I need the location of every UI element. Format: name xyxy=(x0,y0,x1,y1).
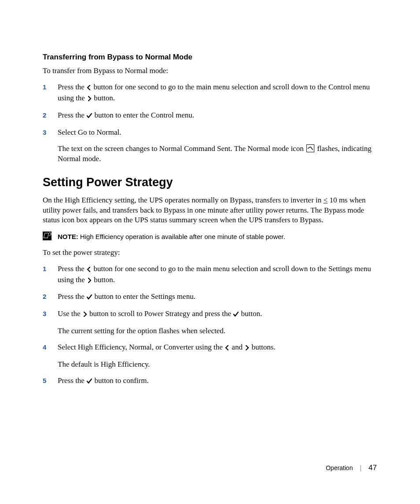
step-item: 4 Select High Efficiency, Normal, or Con… xyxy=(43,342,377,370)
step-subtext: The text on the screen changes to Normal… xyxy=(58,144,377,164)
text-run: button to scroll to Power Strategy and p… xyxy=(88,309,233,318)
step-text: Select Go to Normal. The text on the scr… xyxy=(58,128,377,164)
right-chevron-icon xyxy=(87,94,92,104)
footer-divider: | xyxy=(360,464,361,471)
text-run: Press the xyxy=(58,292,86,301)
subsection-heading: Transferring from Bypass to Normal Mode xyxy=(43,53,377,62)
step-item: 3 Use the button to scroll to Power Stra… xyxy=(43,309,377,336)
step-item: 1 Press the button for one second to go … xyxy=(43,82,377,104)
text-run: button. xyxy=(239,309,262,318)
step-text: Press the button to enter the Settings m… xyxy=(58,292,377,303)
step-subtext: The default is High Efficiency. xyxy=(58,360,377,370)
check-icon xyxy=(86,111,92,121)
step-number: 5 xyxy=(43,376,58,384)
intro-paragraph: To set the power strategy: xyxy=(43,248,377,258)
note-icon xyxy=(43,232,52,240)
step-number: 3 xyxy=(43,309,58,317)
step-text: Press the button to enter the Control me… xyxy=(58,110,377,121)
step-number: 3 xyxy=(43,128,58,136)
footer-section: Operation xyxy=(326,464,353,471)
text-run: button. xyxy=(92,276,115,284)
text-run: Select High Efficiency, Normal, or Conve… xyxy=(58,343,225,351)
page-footer: Operation | 47 xyxy=(326,464,377,472)
right-chevron-icon xyxy=(244,343,250,353)
check-icon xyxy=(233,310,239,320)
intro-paragraph: To transfer from Bypass to Normal mode: xyxy=(43,66,377,76)
step-text: Use the button to scroll to Power Strate… xyxy=(58,309,377,336)
step-item: 5 Press the button to confirm. xyxy=(43,376,377,387)
text-run: Use the xyxy=(58,309,82,318)
step-item: 1 Press the button for one second to go … xyxy=(43,264,377,286)
left-chevron-icon xyxy=(86,83,92,93)
text-run: button. xyxy=(92,94,115,102)
lte-symbol: < xyxy=(324,196,328,204)
text-run: Press the xyxy=(58,376,86,385)
check-icon xyxy=(86,377,92,387)
step-text: Press the button for one second to go to… xyxy=(58,264,377,286)
step-text: Select High Efficiency, Normal, or Conve… xyxy=(58,342,377,370)
right-chevron-icon xyxy=(82,310,88,320)
body-paragraph: On the High Efficiency setting, the UPS … xyxy=(43,195,377,226)
step-text: Press the button for one second to go to… xyxy=(58,82,377,104)
note-label: NOTE: xyxy=(58,233,78,240)
text-run: Press the xyxy=(58,111,86,119)
step-number: 4 xyxy=(43,342,58,351)
step-number: 2 xyxy=(43,110,58,119)
step-item: 2 Press the button to enter the Settings… xyxy=(43,292,377,303)
left-chevron-icon xyxy=(86,265,92,275)
section-heading: Setting Power Strategy xyxy=(43,176,377,189)
step-number: 1 xyxy=(43,264,58,272)
text-run: button to confirm. xyxy=(92,376,148,385)
step-subtext: The current setting for the option flash… xyxy=(58,326,377,336)
normal-mode-icon xyxy=(306,144,314,152)
document-page: Transferring from Bypass to Normal Mode … xyxy=(0,0,420,504)
text-run: and xyxy=(230,343,244,351)
note-callout: NOTE: High Efficiency operation is avail… xyxy=(43,232,377,241)
note-text: NOTE: High Efficiency operation is avail… xyxy=(58,232,285,241)
note-icon-cell xyxy=(43,232,58,240)
text-run: button to enter the Control menu. xyxy=(92,111,194,119)
step-number: 2 xyxy=(43,292,58,300)
step-item: 2 Press the button to enter the Control … xyxy=(43,110,377,121)
steps-list-2: 1 Press the button for one second to go … xyxy=(43,264,377,387)
text-run: Press the xyxy=(58,265,86,273)
text-run: The text on the screen changes to Normal… xyxy=(58,144,306,153)
text-run: button to enter the Settings menu. xyxy=(92,292,195,301)
steps-list-1: 1 Press the button for one second to go … xyxy=(43,82,377,164)
left-chevron-icon xyxy=(225,343,230,353)
text-run: Press the xyxy=(58,83,86,91)
page-number: 47 xyxy=(368,464,377,472)
step-text: Press the button to confirm. xyxy=(58,376,377,387)
step-item: 3 Select Go to Normal. The text on the s… xyxy=(43,128,377,164)
step-number: 1 xyxy=(43,82,58,91)
text-run: buttons. xyxy=(250,343,276,351)
check-icon xyxy=(86,293,92,303)
text-run: Select Go to Normal. xyxy=(58,128,121,136)
text-run: On the High Efficiency setting, the UPS … xyxy=(43,196,324,204)
note-body: High Efficiency operation is available a… xyxy=(78,233,285,240)
right-chevron-icon xyxy=(87,276,92,286)
